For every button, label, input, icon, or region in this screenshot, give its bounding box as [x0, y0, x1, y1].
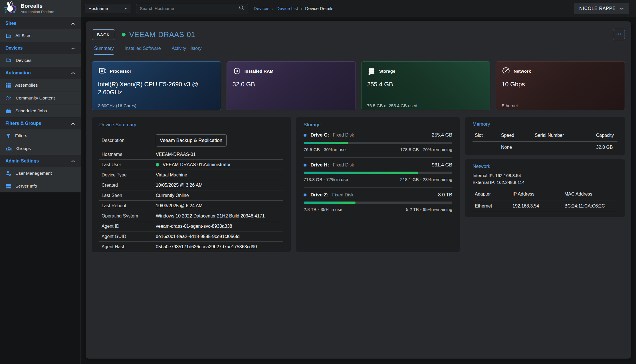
row-label: Agent ID	[102, 224, 156, 229]
sidebar-section-admin-settings[interactable]: Admin Settings	[0, 155, 81, 167]
drive-used-text: 713.3 GB - 77% in use	[304, 177, 348, 182]
hostname-filter-label: Hostname	[88, 6, 108, 11]
cpu-icon	[98, 67, 106, 75]
sidebar-item-assemblies[interactable]: Assemblies	[0, 79, 81, 91]
drive-used-text: 2.8 TB - 35% in use	[304, 207, 342, 212]
more-options-button[interactable]: •••	[613, 29, 625, 40]
sidebar-item-community-content[interactable]: Community Content	[0, 91, 81, 104]
sidebar-item-label: Community Content	[16, 95, 55, 101]
drive-usage-fill	[304, 202, 356, 204]
sidebar-item-all-sites[interactable]: All Sites	[0, 29, 81, 42]
drive-stats: 76.5 GB - 30% in use 178.8 GB - 70% rema…	[304, 147, 452, 152]
row-label: Operating System	[102, 213, 156, 219]
breadcrumb-devices[interactable]: Devices	[254, 6, 269, 11]
drive-usage-fill	[304, 142, 348, 144]
cell-serial	[535, 145, 596, 150]
card-title: Processor	[110, 69, 131, 74]
device-details-panel: BACK VEEAM-DRAAS-01 ••• Summary Installe…	[86, 21, 631, 359]
briefcase-icon	[6, 108, 11, 113]
row-label: Agent Hash	[102, 244, 156, 249]
breadcrumb-device-list[interactable]: Device List	[276, 6, 298, 11]
sidebar-item-server-info[interactable]: Server Info	[0, 180, 81, 192]
sidebar-section-label: Filters & Groups	[5, 121, 41, 126]
search-icon	[239, 5, 244, 12]
network-card: Network 10 Gbps Ethernet	[496, 61, 625, 110]
tab-activity-history[interactable]: Activity History	[172, 46, 202, 55]
drive-stats: 2.8 TB - 35% in use 5.2 TB - 65% remaini…	[304, 207, 452, 212]
cell-ip-address: 192.168.3.54	[512, 204, 564, 209]
detail-panels-row: Device Summary Description Hostname VEEA…	[92, 117, 625, 252]
drive-type: Fixed Disk	[333, 133, 354, 138]
table-row: Description	[99, 132, 283, 149]
table-header-row: Slot Speed Serial Number Capacity	[473, 131, 617, 141]
top-bar: Borealis Automation Platform Hostname ▾ …	[0, 0, 636, 17]
chevron-up-icon	[71, 158, 75, 164]
column-header: Adapter	[475, 192, 512, 197]
row-label: Agent GUID	[102, 234, 156, 239]
sidebar-item-label: Filters	[15, 133, 27, 138]
sidebar-item-filters[interactable]: Filters	[0, 129, 81, 142]
sidebar-item-groups[interactable]: Groups	[0, 142, 81, 155]
drive-name: Drive Z:	[310, 192, 328, 198]
online-status-dot	[156, 163, 159, 166]
external-ip: External IP: 162.248.8.114	[473, 179, 617, 186]
row-label: Last Reboot	[102, 203, 156, 208]
sidebar-item-scheduled-jobs[interactable]: Scheduled Jobs	[0, 104, 81, 117]
search-input[interactable]	[140, 6, 239, 11]
drive-stats: 713.3 GB - 77% in use 218.1 GB - 23% rem…	[304, 177, 452, 182]
row-value: de16c0c1-8aa2-4d18-9585-9ce91cf056fd	[156, 234, 240, 239]
tab-installed-software[interactable]: Installed Software	[124, 46, 161, 55]
table-row: Agent ID veeam-draas-01-agent-svc-8930a3…	[99, 221, 283, 231]
user-menu-button[interactable]: NICOLE RAPPE	[574, 3, 629, 14]
cell-capacity: 32.0 GB	[596, 145, 615, 150]
chevron-up-icon	[71, 70, 75, 76]
sidebar-section-devices[interactable]: Devices	[0, 42, 81, 54]
description-input[interactable]	[156, 134, 227, 147]
row-label: Device Type	[102, 172, 156, 178]
drive-head: Drive Z: Fixed Disk 8.0 TB	[304, 192, 452, 198]
devices-icon	[6, 58, 11, 63]
network-table: Adapter IP Address MAC Address Ethernet …	[473, 190, 617, 212]
sidebar-item-devices[interactable]: Devices	[0, 54, 81, 67]
drive-type: Fixed Disk	[333, 162, 354, 168]
column-header: IP Address	[512, 192, 564, 197]
sidebar-section-sites[interactable]: Sites	[0, 17, 81, 29]
stat-cards-row: Processor Intel(R) Xeon(R) CPU E5-2690 v…	[92, 61, 625, 110]
sidebar-item-user-management[interactable]: User Management	[0, 167, 81, 180]
column-header: Slot	[475, 133, 501, 138]
row-label: Created	[102, 183, 156, 188]
row-value: VEEAM-DRAAS-01\Administrator	[156, 162, 231, 167]
card-head: Storage	[367, 67, 484, 75]
row-value: veeam-draas-01-agent-svc-8930a338	[156, 224, 232, 229]
cell-adapter: Ethernet	[475, 204, 512, 209]
tab-summary[interactable]: Summary	[94, 46, 114, 55]
drive-row: Drive H: Fixed Disk 931.4 GB 713.3 GB - …	[304, 158, 452, 188]
sidebar-item-label: Scheduled Jobs	[15, 108, 47, 113]
back-button[interactable]: BACK	[92, 29, 115, 40]
device-header: BACK VEEAM-DRAAS-01 •••	[92, 29, 625, 40]
row-value: 05ba0e7935171d626ecea29b27d7ae175363cd90	[156, 244, 257, 249]
memory-table: Slot Speed Serial Number Capacity None	[473, 131, 617, 153]
memory-panel: Memory Slot Speed Serial Number Capacity	[465, 117, 625, 155]
sidebar-section-label: Admin Settings	[5, 158, 39, 164]
hostname-filter-select[interactable]: Hostname ▾	[85, 4, 130, 13]
user-gear-icon	[6, 171, 11, 176]
column-header: Speed	[501, 133, 535, 138]
sidebar-section-filters-groups[interactable]: Filters & Groups	[0, 117, 81, 129]
row-label: Description	[102, 138, 156, 143]
row-value: Currently Online	[156, 193, 189, 198]
storage-value: 255.4 GB	[367, 80, 484, 98]
drive-head: Drive C: Fixed Disk 255.4 GB	[304, 132, 452, 138]
sidebar-section-automation[interactable]: Automation	[0, 67, 81, 79]
sidebar-item-label: All Sites	[15, 33, 31, 38]
row-value: Windows 10 2022 Datacenter 21H2 Build 20…	[156, 213, 265, 219]
sidebar-section-label: Devices	[5, 46, 23, 51]
drive-bullet-icon	[304, 134, 306, 137]
server-icon	[6, 184, 11, 189]
sidebar-item-label: User Management	[15, 171, 52, 176]
panel-title: Network	[473, 164, 617, 169]
sidebar-section-label: Sites	[5, 21, 16, 26]
drive-bullet-icon	[304, 164, 306, 166]
breadcrumb: Devices › Device List › Device Details	[254, 6, 333, 11]
card-head: Installed RAM	[233, 67, 350, 75]
